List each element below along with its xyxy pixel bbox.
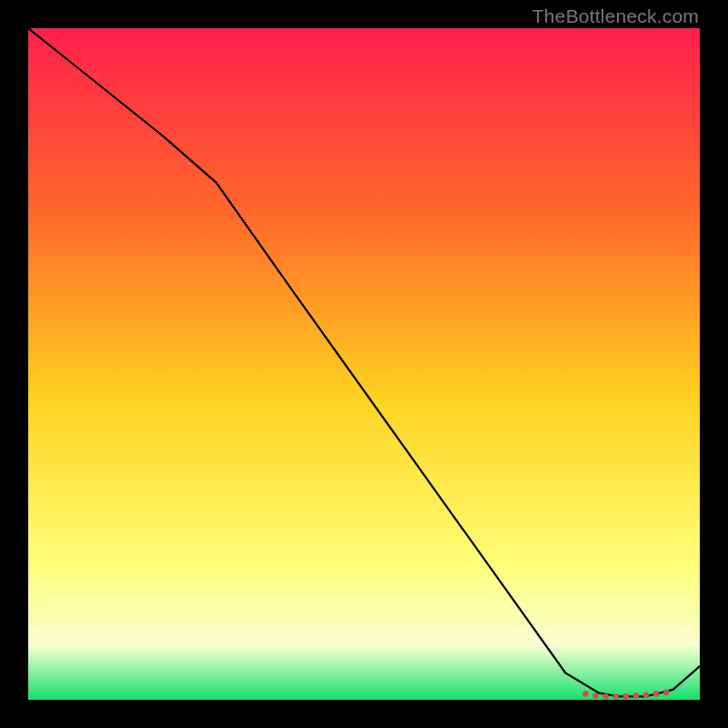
valley-marker xyxy=(592,693,599,699)
valley-marker xyxy=(643,693,650,699)
valley-marker xyxy=(613,693,620,700)
watermark-label: TheBottleneck.com xyxy=(532,5,699,27)
valley-marker xyxy=(633,693,640,699)
valley-marker xyxy=(653,691,660,697)
plot-frame xyxy=(28,28,700,700)
valley-marker xyxy=(602,693,609,700)
valley-marker xyxy=(582,691,589,697)
chart-svg xyxy=(28,28,700,700)
valley-marker xyxy=(623,693,630,700)
valley-marker xyxy=(663,690,670,696)
gradient-background xyxy=(28,28,700,700)
